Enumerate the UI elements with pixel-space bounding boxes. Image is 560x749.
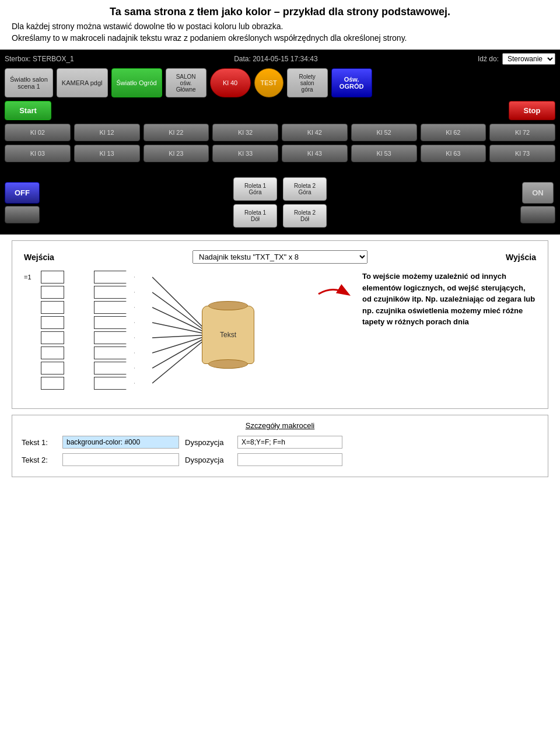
btn-osw-ogrod[interactable]: Ośw. OGRÓD	[331, 68, 372, 97]
scroll-node-label: Tekst	[220, 331, 236, 339]
btn-kl42[interactable]: Kl 42	[282, 124, 348, 141]
off-button[interactable]: OFF	[5, 182, 40, 204]
btn-kl40[interactable]: Kl 40	[210, 68, 251, 97]
btn-roleta1-gora[interactable]: Roleta 1 Góra	[233, 177, 277, 201]
input-box-1	[41, 271, 64, 284]
btn-swiatlo-salon[interactable]: Światło salon scena 1	[5, 68, 53, 97]
sterbox-date: Data: 2014-05-15 17:34:43	[234, 55, 317, 63]
scroll-node: Tekst	[202, 306, 254, 364]
btn-kl52[interactable]: Kl 52	[351, 124, 417, 141]
red-arrow-icon	[316, 282, 351, 306]
btn-kl23[interactable]: Kl 23	[144, 145, 209, 162]
details-title: Szczegóły makroceli	[22, 421, 538, 430]
details-row-2: Tekst 2: Dyspozycja	[22, 453, 538, 466]
arrow-shape-8	[94, 377, 135, 390]
btn-roleta1-dol[interactable]: Roleta 1 Dół	[233, 204, 277, 228]
start-button[interactable]: Start	[5, 101, 51, 120]
input-box-5	[41, 331, 64, 344]
btn-kl22[interactable]: Kl 22	[144, 124, 209, 141]
diagram-section: Wejścia Nadajnik tekstu "TXT_TX" x 8 Wyj…	[12, 240, 548, 409]
btn-kl73[interactable]: Kl 73	[489, 145, 555, 162]
diagram-arrows-column	[94, 271, 141, 390]
arrow-shape-4	[94, 316, 135, 329]
input-box-8	[41, 377, 64, 390]
btn-kl12[interactable]: Kl 12	[74, 124, 140, 141]
btn-kl13[interactable]: Kl 13	[74, 145, 140, 162]
btn-kl62[interactable]: Kl 62	[421, 124, 487, 141]
input-box-7	[41, 362, 64, 374]
dyspozycja2-label: Dyspozycja	[185, 456, 232, 464]
btn-kl33[interactable]: Kl 33	[212, 145, 278, 162]
page-title: Ta sama strona z tłem jako kolor – przyk…	[12, 6, 548, 18]
dyspozycja1-input[interactable]	[237, 436, 342, 449]
btn-salon-osw-glowne[interactable]: SALON ośw. Główne	[166, 68, 206, 97]
btn-test[interactable]: TEST	[254, 68, 284, 97]
sterbox-header: Sterbox: STERBOX_1 Data: 2014-05-15 17:3…	[5, 53, 555, 65]
btn-kl53[interactable]: Kl 53	[351, 145, 417, 162]
arrow-shape-3	[94, 301, 135, 314]
arrow-shape-2	[94, 286, 135, 299]
red-arrow-container	[316, 282, 351, 306]
diagram-header: Wejścia Nadajnik tekstu "TXT_TX" x 8 Wyj…	[24, 250, 536, 264]
input-box-4	[41, 316, 64, 329]
details-section: Szczegóły makroceli Tekst 1: Dyspozycja …	[12, 415, 548, 477]
btn-kamera-pdgl[interactable]: KAMERA pdgl	[57, 68, 108, 97]
diagram-outputs-label: Wyjścia	[506, 253, 536, 262]
goto-select[interactable]: Sterowanie	[502, 53, 555, 65]
start-stop-row: Start Stop	[5, 101, 555, 120]
off-on-row: OFF Roleta 1 Góra Roleta 2 Góra Roleta 1…	[5, 177, 555, 228]
btn-kl02[interactable]: Kl 02	[5, 124, 71, 141]
top-text-block: Ta sama strona z tłem jako kolor – przyk…	[0, 0, 560, 50]
on-button[interactable]: ON	[522, 182, 554, 204]
diagram-comment: To wejście możemy uzależnić od innych el…	[362, 271, 536, 328]
sterbox-id: Sterbox: STERBOX_1	[5, 55, 74, 63]
input-box-2	[41, 286, 64, 299]
subtitle2: Określamy to w makroceli nadajnik tekstu…	[12, 33, 548, 43]
diagram-dropdown[interactable]: Nadajnik tekstu "TXT_TX" x 8	[192, 250, 368, 264]
btn-kl43[interactable]: Kl 43	[282, 145, 348, 162]
input-box-3	[41, 301, 64, 314]
arrow-shape-6	[94, 346, 135, 359]
tekst1-input[interactable]	[62, 436, 179, 449]
input-label-1: =1	[24, 274, 38, 281]
btn-roleta2-gora[interactable]: Roleta 2 Góra	[283, 177, 327, 201]
btn-rolety-salon-gora[interactable]: Rolety salon góra	[287, 68, 328, 97]
btn-kl72[interactable]: Kl 72	[489, 124, 555, 141]
ki-row-2: Kl 03 Kl 13 Kl 23 Kl 33 Kl 43 Kl 53 Kl 6…	[5, 145, 555, 162]
btn-kl63[interactable]: Kl 63	[421, 145, 487, 162]
dyspozycja1-label: Dyspozycja	[185, 438, 232, 447]
tekst2-label: Tekst 2:	[22, 456, 57, 464]
diagram-inputs-label: Wejścia	[24, 253, 54, 262]
sterbox-goto: Idź do: Sterowanie	[478, 53, 555, 65]
tekst1-label: Tekst 1:	[22, 438, 57, 447]
input-box-6	[41, 346, 64, 359]
ki-row-1: Kl 02 Kl 12 Kl 22 Kl 32 Kl 42 Kl 52 Kl 6…	[5, 124, 555, 141]
sterbox-panel: Sterbox: STERBOX_1 Data: 2014-05-15 17:3…	[0, 50, 560, 235]
stop-button[interactable]: Stop	[509, 101, 555, 120]
btn-kl03[interactable]: Kl 03	[5, 145, 71, 162]
btn-roleta2-dol[interactable]: Roleta 2 Dół	[283, 204, 327, 228]
device-buttons-row: Światło salon scena 1 KAMERA pdgl Światł…	[5, 68, 555, 97]
arrow-shape-1	[94, 271, 135, 284]
btn-swiatlo-ogrod[interactable]: Światło Ogród	[111, 68, 162, 97]
details-row-1: Tekst 1: Dyspozycja	[22, 436, 538, 449]
dyspozycja2-input[interactable]	[237, 453, 342, 466]
btn-kl32[interactable]: Kl 32	[212, 124, 278, 141]
arrow-shape-7	[94, 362, 135, 374]
diagram-body: =1	[24, 271, 536, 399]
diagram-center: Tekst	[152, 271, 304, 399]
arrow-shape-5	[94, 331, 135, 344]
diagram-input-column: =1	[24, 271, 82, 390]
subtitle1: Dla każdej strony można wstawić dowolne …	[12, 22, 548, 31]
tekst2-input[interactable]	[62, 453, 179, 466]
